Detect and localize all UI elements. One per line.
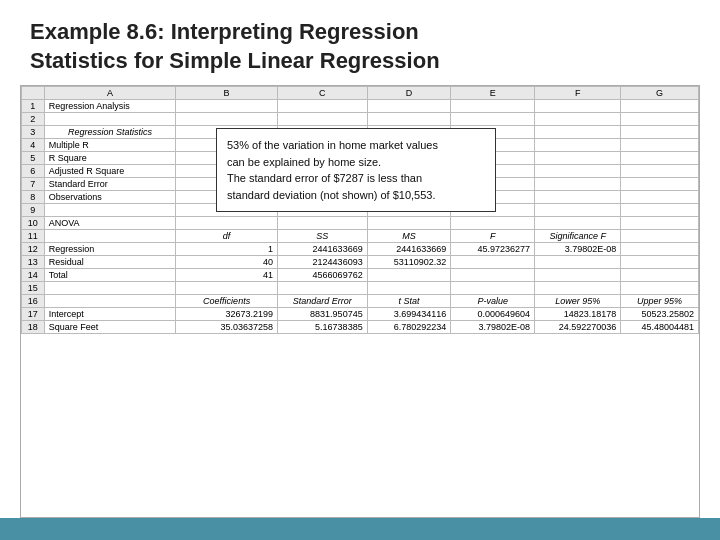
cell-c: 4566069762 (277, 269, 367, 282)
cell-a: Regression (44, 243, 176, 256)
cell-e (451, 217, 535, 230)
cell-f: Lower 95% (535, 295, 621, 308)
cell-b: 35.03637258 (176, 321, 278, 334)
callout-box: 53% of the variation in home market valu… (216, 128, 496, 212)
cell-f (535, 100, 621, 113)
cell-d: t Stat (367, 295, 451, 308)
table-row: 18Square Feet35.036372585.167383856.7802… (22, 321, 699, 334)
cell-e: 45.97236277 (451, 243, 535, 256)
cell-a: Residual (44, 256, 176, 269)
cell-g (621, 100, 699, 113)
cell-b: 32673.2199 (176, 308, 278, 321)
row-number: 17 (22, 308, 45, 321)
cell-a (44, 230, 176, 243)
cell-f (535, 269, 621, 282)
row-number: 6 (22, 165, 45, 178)
cell-g (621, 126, 699, 139)
cell-e: F (451, 230, 535, 243)
cell-g (621, 217, 699, 230)
cell-f (535, 282, 621, 295)
cell-f (535, 113, 621, 126)
cell-d (367, 269, 451, 282)
cell-e (451, 113, 535, 126)
cell-e (451, 100, 535, 113)
cell-f: 3.79802E-08 (535, 243, 621, 256)
cell-a: Observations (44, 191, 176, 204)
row-number: 15 (22, 282, 45, 295)
table-row: 14Total414566069762 (22, 269, 699, 282)
cell-c: Standard Error (277, 295, 367, 308)
content-area: A B C D E F G 1Regression Analysis23Regr… (0, 85, 720, 518)
row-number: 14 (22, 269, 45, 282)
table-row: 17Intercept32673.21998831.9507453.699434… (22, 308, 699, 321)
cell-c: 2124436093 (277, 256, 367, 269)
table-row: 2 (22, 113, 699, 126)
table-row: 12Regression12441633669244163366945.9723… (22, 243, 699, 256)
cell-d: 53110902.32 (367, 256, 451, 269)
cell-g (621, 152, 699, 165)
cell-f: 24.592270036 (535, 321, 621, 334)
row-number: 8 (22, 191, 45, 204)
cell-c (277, 282, 367, 295)
cell-d: 6.780292234 (367, 321, 451, 334)
cell-c (277, 100, 367, 113)
row-number: 7 (22, 178, 45, 191)
cell-b (176, 217, 278, 230)
cell-a: Square Feet (44, 321, 176, 334)
row-number: 16 (22, 295, 45, 308)
cell-d (367, 282, 451, 295)
cell-a (44, 295, 176, 308)
cell-g (621, 269, 699, 282)
cell-g: 50523.25802 (621, 308, 699, 321)
cell-e: 3.79802E-08 (451, 321, 535, 334)
row-number: 12 (22, 243, 45, 256)
row-number: 13 (22, 256, 45, 269)
page-title: Example 8.6: Interpreting Regression Sta… (30, 18, 690, 75)
cell-g (621, 178, 699, 191)
cell-f (535, 204, 621, 217)
cell-g: 45.48004481 (621, 321, 699, 334)
cell-f: 14823.18178 (535, 308, 621, 321)
cell-a: ANOVA (44, 217, 176, 230)
row-number: 4 (22, 139, 45, 152)
cell-g (621, 256, 699, 269)
bottom-bar (0, 518, 720, 540)
col-header-d: D (367, 87, 451, 100)
cell-d (367, 113, 451, 126)
cell-f (535, 165, 621, 178)
cell-g (621, 204, 699, 217)
cell-f (535, 256, 621, 269)
cell-e: P-value (451, 295, 535, 308)
cell-c (277, 217, 367, 230)
cell-c: SS (277, 230, 367, 243)
row-number: 3 (22, 126, 45, 139)
cell-b (176, 113, 278, 126)
cell-d (367, 100, 451, 113)
cell-d (367, 217, 451, 230)
cell-g (621, 282, 699, 295)
cell-b (176, 282, 278, 295)
cell-c: 8831.950745 (277, 308, 367, 321)
cell-a: Multiple R (44, 139, 176, 152)
cell-b (176, 100, 278, 113)
col-header-g: G (621, 87, 699, 100)
cell-g (621, 165, 699, 178)
cell-a (44, 204, 176, 217)
cell-e (451, 282, 535, 295)
cell-a: Adjusted R Square (44, 165, 176, 178)
cell-a: Standard Error (44, 178, 176, 191)
page: Example 8.6: Interpreting Regression Sta… (0, 0, 720, 540)
cell-c: 5.16738385 (277, 321, 367, 334)
cell-e (451, 269, 535, 282)
cell-a: Regression Statistics (44, 126, 176, 139)
col-header-a: A (44, 87, 176, 100)
cell-c: 2441633669 (277, 243, 367, 256)
cell-f (535, 152, 621, 165)
table-row: 10ANOVA (22, 217, 699, 230)
table-row: 1Regression Analysis (22, 100, 699, 113)
cell-a: R Square (44, 152, 176, 165)
cell-d: 3.699434116 (367, 308, 451, 321)
cell-f (535, 126, 621, 139)
col-header-c: C (277, 87, 367, 100)
table-row: 13Residual40212443609353110902.32 (22, 256, 699, 269)
